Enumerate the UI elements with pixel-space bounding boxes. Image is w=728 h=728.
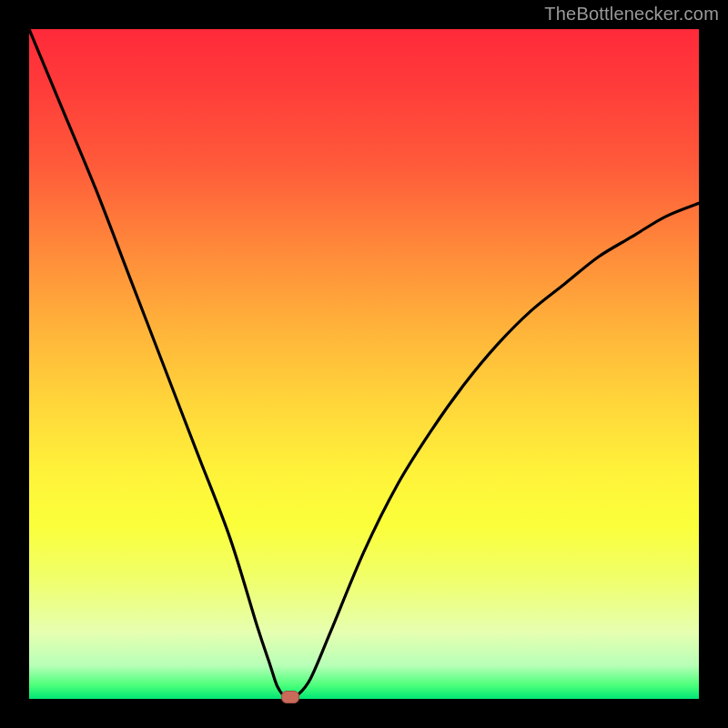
chart-frame: TheBottlenecker.com bbox=[0, 0, 728, 728]
optimum-marker bbox=[281, 691, 299, 703]
plot-area bbox=[29, 29, 699, 699]
watermark-label: TheBottlenecker.com bbox=[544, 4, 719, 25]
bottleneck-curve bbox=[29, 29, 699, 699]
